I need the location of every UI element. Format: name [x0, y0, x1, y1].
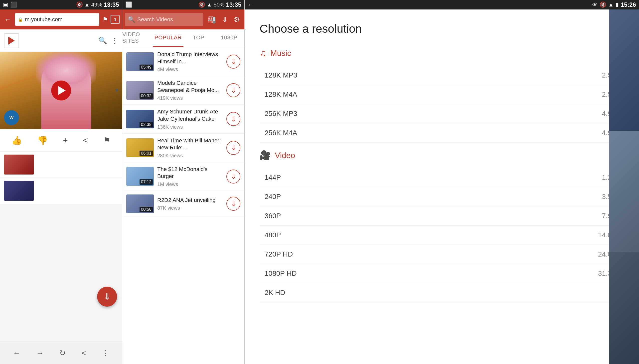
video-info-6: R2D2 ANA Jet unveiling 87K views: [157, 197, 223, 211]
nav-forward-button[interactable]: →: [36, 349, 44, 357]
video-views-4: 280K views: [157, 153, 223, 158]
list-item[interactable]: 07:12 The $12 McDonald's Burger 1M views…: [122, 162, 244, 191]
search-icon[interactable]: 🔍: [98, 36, 107, 45]
download-arrow-icon-3: ⇓: [231, 115, 236, 123]
dislike-button[interactable]: 👎: [37, 136, 48, 145]
download-arrow-icon-1: ⇓: [231, 58, 236, 66]
download-button-3[interactable]: ⇓: [227, 112, 240, 126]
nav-share-button[interactable]: <: [81, 349, 86, 357]
list-item[interactable]: 00:32 Models Candice Swanepoel & Pooja M…: [122, 76, 244, 105]
video-duration-3: 02:38: [139, 122, 153, 128]
video-views-2: 419K views: [157, 95, 223, 101]
bg-thumb-3: [609, 252, 639, 364]
flag-button[interactable]: ⚑: [103, 136, 111, 145]
tab-popular[interactable]: POPULAR: [153, 29, 183, 47]
warner-badge: W: [4, 110, 19, 125]
download-button-1[interactable]: ⇓: [227, 54, 240, 68]
video-info-2: Models Candice Swanepoel & Pooja Mo... 4…: [157, 80, 223, 101]
resolution-option-144p[interactable]: 144P 1.2 MB: [260, 168, 624, 187]
resolution-option-480p[interactable]: 480P 14.0 MB: [260, 226, 624, 245]
tab-top[interactable]: TOP: [183, 29, 214, 47]
download-arrow-icon-4: ⇓: [231, 144, 236, 152]
resolution-option-256mp3[interactable]: 256K MP3 4.9 MB: [260, 104, 624, 124]
download-fab-button[interactable]: ⇓: [97, 287, 117, 307]
resolution-option-2k[interactable]: 2K HD: [260, 283, 624, 302]
video-action-bar: 👍 👎 + < ⚑: [0, 129, 122, 152]
list-item[interactable]: 06:01 Real Time with Bill Maher: New Rul…: [122, 134, 244, 162]
resolution-option-240p[interactable]: 240P 3.5 MB: [260, 187, 624, 206]
play-button-overlay[interactable]: [51, 80, 71, 100]
video-views-1: 4M views: [157, 66, 223, 72]
resolution-option-128m4a[interactable]: 128K M4A 2.5 MB: [260, 85, 624, 104]
download-manager-button[interactable]: ⇓: [220, 14, 230, 26]
settings-button[interactable]: ⚙: [232, 14, 242, 26]
downloader-battery: 50%: [214, 2, 225, 8]
tab-count-badge[interactable]: 1: [111, 15, 120, 24]
download-arrow-icon-5: ⇓: [231, 172, 236, 180]
list-item[interactable]: 05:49 Donald Trump Interviews Himself In…: [122, 47, 244, 76]
video-duration-2: 00:32: [139, 93, 153, 99]
nav-more-button[interactable]: ⋮: [102, 348, 109, 357]
search-placeholder-text: Search Videos: [137, 16, 173, 23]
search-icon: 🔍: [128, 16, 135, 23]
nav-back-button[interactable]: ←: [13, 349, 21, 357]
bg-thumb-1: [609, 10, 639, 131]
video-duration-6: 00:58: [139, 207, 153, 212]
download-button-2[interactable]: ⇓: [227, 83, 240, 97]
video-thumbnail-4: 06:01: [126, 138, 154, 157]
tab-video-sites[interactable]: VIDEO SITES: [122, 29, 153, 47]
related-thumb-2: [4, 181, 34, 201]
video-thumbnail-5: 07:12: [126, 167, 154, 186]
resolution-option-128mp3[interactable]: 128K MP3 2.5 MB: [260, 66, 624, 85]
main-video-thumbnail: W ▼: [0, 52, 122, 129]
resolution-option-1080p[interactable]: 1080P HD 31.3 MB: [260, 264, 624, 283]
download-button-5[interactable]: ⇓: [227, 170, 240, 184]
tabs-bar: VIDEO SITES POPULAR TOP 1080P: [122, 30, 244, 47]
browser-toolbar: ← 🔒 m.youtube.com ⚑ 1: [0, 10, 122, 30]
related-video-row-1[interactable]: [0, 152, 122, 178]
youtube-logo[interactable]: [4, 33, 19, 48]
bookmark-button[interactable]: ⚑: [101, 15, 109, 24]
browser-status-bar: ▣ ⬛ 🔇 ▲ 49% 13:35: [0, 0, 122, 10]
bg-thumb-2: [609, 131, 639, 252]
download-button-6[interactable]: ⇓: [227, 197, 240, 211]
resolution-back-icon: ←: [248, 2, 253, 8]
resolution-title: Choose a resolution: [260, 22, 624, 36]
mute-icon: 🔇: [76, 2, 83, 8]
list-item[interactable]: 02:38 Amy Schumer Drunk-Ate Jake Gyllenh…: [122, 105, 244, 134]
res-label-256mp3: 256K MP3: [265, 110, 297, 118]
video-thumbnail-2: 00:32: [126, 81, 154, 100]
downloader-signal-icon: ▲: [207, 2, 212, 8]
list-item[interactable]: 00:58 R2D2 ANA Jet unveiling 87K views ⇓: [122, 191, 244, 217]
video-title-2: Models Candice Swanepoel & Pooja Mo...: [157, 80, 223, 94]
video-title-4: Real Time with Bill Maher: New Rule:...: [157, 137, 223, 151]
resolution-option-256m4a[interactable]: 256K M4A 4.9 MB: [260, 124, 624, 142]
music-section-label: Music: [270, 48, 291, 58]
resolution-time: 15:26: [621, 1, 636, 8]
youtube-play-logo-icon: [8, 37, 15, 45]
res-label-480p: 480P: [265, 231, 281, 239]
add-button[interactable]: +: [63, 136, 68, 145]
browser-url-bar[interactable]: 🔒 m.youtube.com: [15, 13, 99, 26]
resolution-option-360p[interactable]: 360P 7.9 MB: [260, 206, 624, 226]
background-thumbnail-strip: [609, 10, 639, 364]
video-info-3: Amy Schumer Drunk-Ate Jake Gyllenhaal's …: [157, 108, 223, 130]
nav-reload-button[interactable]: ↻: [59, 348, 66, 357]
tab-1080p[interactable]: 1080P: [214, 29, 244, 47]
res-label-720p: 720P HD: [265, 250, 293, 258]
gallery-button[interactable]: 🏭: [205, 14, 218, 26]
video-views-3: 136K views: [157, 124, 223, 130]
status-bar-left-icons: ▣ ⬛: [3, 2, 17, 8]
related-video-row-2[interactable]: [0, 178, 122, 204]
download-arrow-icon-2: ⇓: [231, 86, 236, 94]
more-options-icon[interactable]: ⋮: [111, 36, 118, 45]
status-time: 13:35: [104, 1, 119, 8]
like-button[interactable]: 👍: [12, 136, 22, 145]
resolution-option-720p[interactable]: 720P HD 24.0 MB: [260, 245, 624, 264]
browser-back-button[interactable]: ←: [3, 14, 13, 25]
app-icon-2: ⬛: [10, 2, 17, 8]
download-button-4[interactable]: ⇓: [227, 141, 240, 155]
downloader-search-bar[interactable]: 🔍 Search Videos: [125, 13, 203, 26]
resolution-signal-icon: ▲: [608, 2, 614, 8]
share-button[interactable]: <: [83, 136, 88, 145]
